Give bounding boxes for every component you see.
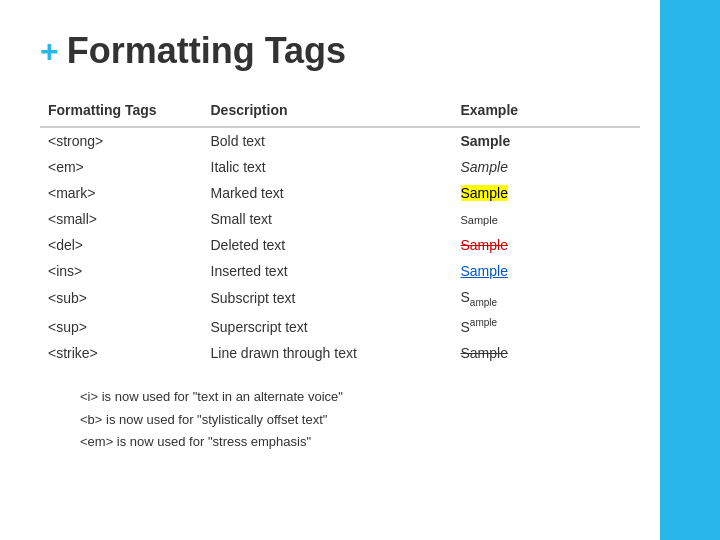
footer-line-3: <em> is now used for "stress emphasis"	[80, 431, 640, 453]
cell-tag: <strong>	[40, 127, 203, 154]
cell-tag: <del>	[40, 232, 203, 258]
cell-example: Sample	[453, 284, 641, 313]
title-row: + Formatting Tags	[40, 30, 640, 72]
table-header-row: Formatting Tags Description Example	[40, 96, 640, 127]
blue-sidebar-bar	[660, 0, 720, 540]
cell-example: Sample	[453, 154, 641, 180]
table-row: <ins> Inserted text Sample	[40, 258, 640, 284]
cell-description: Bold text	[203, 127, 453, 154]
table-row: <strike> Line drawn through text Sample	[40, 340, 640, 366]
plus-icon: +	[40, 35, 59, 67]
footer-line-1: <i> is now used for "text in an alternat…	[80, 386, 640, 408]
table-row: <del> Deleted text Sample	[40, 232, 640, 258]
cell-description: Marked text	[203, 180, 453, 206]
footer-line-2: <b> is now used for "stylistically offse…	[80, 409, 640, 431]
cell-example: Sample	[453, 258, 641, 284]
cell-description: Inserted text	[203, 258, 453, 284]
col-header-example: Example	[453, 96, 641, 127]
cell-tag: <mark>	[40, 180, 203, 206]
cell-description: Superscript text	[203, 313, 453, 341]
cell-description: Italic text	[203, 154, 453, 180]
cell-tag: <strike>	[40, 340, 203, 366]
cell-example: Sample	[453, 127, 641, 154]
cell-description: Subscript text	[203, 284, 453, 313]
table-row: <strong> Bold text Sample	[40, 127, 640, 154]
cell-description: Small text	[203, 206, 453, 232]
footer-notes: <i> is now used for "text in an alternat…	[40, 386, 640, 452]
cell-description: Line drawn through text	[203, 340, 453, 366]
table-row: <sub> Subscript text Sample	[40, 284, 640, 313]
formatting-tags-table: Formatting Tags Description Example <str…	[40, 96, 640, 366]
col-header-description: Description	[203, 96, 453, 127]
main-content: + Formatting Tags Formatting Tags Descri…	[0, 0, 720, 483]
cell-example: Sample	[453, 180, 641, 206]
table-row: <small> Small text Sample	[40, 206, 640, 232]
col-header-tag: Formatting Tags	[40, 96, 203, 127]
cell-description: Deleted text	[203, 232, 453, 258]
cell-tag: <small>	[40, 206, 203, 232]
cell-example: Sample	[453, 206, 641, 232]
cell-tag: <sub>	[40, 284, 203, 313]
cell-example: Sample	[453, 313, 641, 341]
page-title: Formatting Tags	[67, 30, 346, 72]
cell-tag: <sup>	[40, 313, 203, 341]
table-row: <mark> Marked text Sample	[40, 180, 640, 206]
table-row: <em> Italic text Sample	[40, 154, 640, 180]
cell-example: Sample	[453, 232, 641, 258]
cell-example: Sample	[453, 340, 641, 366]
table-row: <sup> Superscript text Sample	[40, 313, 640, 341]
cell-tag: <ins>	[40, 258, 203, 284]
cell-tag: <em>	[40, 154, 203, 180]
